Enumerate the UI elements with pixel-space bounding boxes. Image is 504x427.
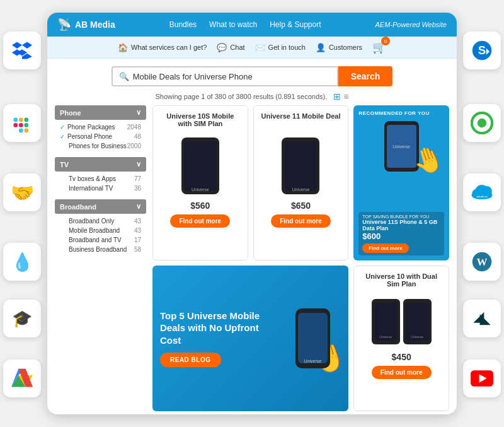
find-out-btn-2[interactable]: Find out more bbox=[271, 214, 331, 228]
sharepoint-icon[interactable]: S bbox=[463, 32, 501, 69]
search-input[interactable] bbox=[133, 72, 331, 81]
nav-what-to-watch[interactable]: What to watch bbox=[209, 20, 257, 29]
rec-price: $600 bbox=[362, 231, 440, 241]
slack-icon[interactable] bbox=[3, 104, 41, 142]
nav-chat[interactable]: 💬 Chat bbox=[217, 43, 244, 52]
filter-tv-chevron: ∨ bbox=[136, 160, 141, 168]
rec-save-tag: TOP SAVING BUNDLE FOR YOU bbox=[362, 214, 440, 219]
nav-links: Bundles What to watch Help & Support bbox=[169, 20, 321, 29]
moodle2-left-icon[interactable]: 🎓 bbox=[3, 300, 41, 337]
filter-header-phone[interactable]: Phone ∨ bbox=[55, 105, 146, 120]
google-drive-icon[interactable] bbox=[3, 360, 41, 397]
cart-button[interactable]: 🛒 0 bbox=[372, 40, 386, 54]
filter-tv-label: TV bbox=[60, 161, 69, 168]
sidebar-filters: Phone ∨ ✓ Phone Packages 2048 bbox=[55, 105, 146, 411]
svg-point-26 bbox=[476, 185, 489, 196]
filter-phone-chevron: ∨ bbox=[136, 108, 141, 117]
nav-bundles[interactable]: Bundles bbox=[169, 20, 197, 29]
filter-header-broadband[interactable]: Broadband ∨ bbox=[55, 199, 146, 214]
filter-item-label: Phones for Business bbox=[69, 143, 127, 149]
filter-item[interactable]: Broadband Only 43 bbox=[55, 216, 146, 226]
dual-phone-screen-2: Universe bbox=[406, 303, 429, 341]
blog-text: Top 5 Universe Mobile Deals with No Upfr… bbox=[160, 310, 278, 368]
filter-item[interactable]: Business Broadband 58 bbox=[55, 245, 146, 254]
nav-services[interactable]: 🏠 What services can I get? bbox=[118, 43, 207, 52]
read-blog-button[interactable]: READ BLOG bbox=[160, 353, 221, 367]
svg-marker-1 bbox=[22, 42, 32, 49]
top-nav: 📡 AB Media Bundles What to watch Help & … bbox=[47, 13, 457, 37]
filter-item[interactable]: International TV 36 bbox=[55, 184, 146, 193]
dual-phone-label-1: Universe bbox=[379, 335, 392, 339]
rec-find-out-btn[interactable]: Find out more bbox=[362, 243, 408, 253]
filter-item-label: Mobile Broadband bbox=[69, 227, 120, 234]
blog-phone-label: Universe bbox=[304, 359, 322, 363]
customer-icon: 👤 bbox=[316, 43, 326, 52]
filter-item[interactable]: Broadband and TV 17 bbox=[55, 235, 146, 245]
nav-help-support[interactable]: Help & Support bbox=[270, 20, 321, 29]
blog-phone-screen bbox=[298, 313, 328, 363]
filter-item[interactable]: ✓ Personal Phone 48 bbox=[55, 132, 146, 141]
blog-phone: Universe bbox=[295, 308, 330, 368]
filter-count: 77 bbox=[134, 175, 141, 182]
svg-rect-9 bbox=[19, 129, 23, 133]
moodle-left-icon[interactable]: 🤝 bbox=[3, 173, 41, 211]
svg-rect-7 bbox=[19, 118, 23, 122]
dual-phone-1: Universe bbox=[372, 299, 400, 344]
filter-item[interactable]: Mobile Broadband 43 bbox=[55, 226, 146, 235]
nav-contact-label: Get in touch bbox=[268, 44, 306, 51]
check-icon: ✓ bbox=[60, 124, 65, 131]
product-card-1: Universe 10S Mobile with SIM Plan Univer… bbox=[152, 105, 248, 260]
filter-item[interactable]: Tv boxes & Apps 77 bbox=[55, 174, 146, 184]
filter-item[interactable]: ✓ Phone Packages 2048 bbox=[55, 122, 146, 132]
zendesk-icon[interactable] bbox=[463, 300, 501, 337]
filter-items-phone: ✓ Phone Packages 2048 ✓ Personal Phone 4… bbox=[55, 120, 146, 153]
salesforce-icon[interactable]: salesforce bbox=[463, 173, 501, 211]
filter-count: 48 bbox=[134, 133, 141, 140]
nav-logo: 📡 AB Media bbox=[57, 18, 115, 32]
filter-count: 17 bbox=[134, 237, 141, 243]
filter-count: 58 bbox=[134, 246, 141, 253]
phone-screen-2 bbox=[284, 141, 317, 190]
search-icon: 🔍 bbox=[119, 72, 129, 81]
svg-text:W: W bbox=[477, 256, 488, 268]
svg-rect-6 bbox=[19, 123, 23, 127]
find-out-btn-1[interactable]: Find out more bbox=[170, 214, 230, 228]
digi-icon[interactable] bbox=[463, 104, 501, 142]
youtube-icon[interactable] bbox=[463, 360, 501, 397]
product-price-1: $560 bbox=[190, 201, 210, 211]
search-wrapper: 🔍 bbox=[112, 66, 338, 86]
product-card-2: Universe 11 Mobile Deal Universe $650 Fi… bbox=[253, 105, 349, 260]
phone-image-1: Universe bbox=[181, 137, 219, 194]
dropbox-icon[interactable] bbox=[3, 32, 41, 69]
nav-logo-icon: 📡 bbox=[57, 18, 71, 32]
product-title-1: Universe 10S Mobile with SIM Plan bbox=[159, 112, 241, 130]
check-icon: ✓ bbox=[60, 133, 65, 140]
product-price-2: $650 bbox=[291, 201, 311, 211]
phone-screen-1 bbox=[184, 141, 217, 190]
search-button[interactable]: Search bbox=[338, 66, 393, 86]
svg-point-22 bbox=[478, 119, 486, 127]
dual-sim-price: $450 bbox=[392, 352, 411, 362]
drupal-icon[interactable]: 💧 bbox=[3, 243, 41, 281]
grid-view-icon[interactable]: ⊞ bbox=[333, 91, 341, 102]
results-row: Showing page 1 of 380 of 3800 results (0… bbox=[47, 91, 457, 105]
filter-header-tv[interactable]: TV ∨ bbox=[55, 157, 146, 172]
outer-wrapper: 🤝 💧 🎓 S bbox=[0, 0, 504, 427]
list-view-icon[interactable]: ≡ bbox=[343, 91, 348, 102]
dual-sim-find-out-btn[interactable]: Find out more bbox=[372, 366, 432, 379]
nav-chat-label: Chat bbox=[230, 44, 244, 51]
phone-brand-2: Universe bbox=[292, 187, 310, 192]
wordpress-icon[interactable]: W bbox=[463, 243, 501, 281]
blog-promo-card: Top 5 Universe Mobile Deals with No Upfr… bbox=[152, 266, 348, 412]
svg-text:S: S bbox=[478, 44, 486, 57]
filter-phone-label: Phone bbox=[60, 109, 81, 117]
nav-powered-label: AEM-Powered Website bbox=[375, 21, 447, 28]
svg-rect-12 bbox=[24, 129, 28, 133]
filter-group-phone: Phone ∨ ✓ Phone Packages 2048 bbox=[55, 105, 146, 153]
filter-item[interactable]: Phones for Business 2000 bbox=[55, 141, 146, 151]
nav-customers[interactable]: 👤 Customers bbox=[316, 43, 362, 52]
filter-items-broadband: Broadband Only 43 Mobile Broadband 43 bbox=[55, 214, 146, 257]
dual-phone-label-2: Universe bbox=[411, 335, 423, 339]
nav-get-in-touch[interactable]: ✉️ Get in touch bbox=[255, 43, 306, 52]
rec-tag: RECOMMENDED FOR YOU bbox=[358, 110, 444, 116]
